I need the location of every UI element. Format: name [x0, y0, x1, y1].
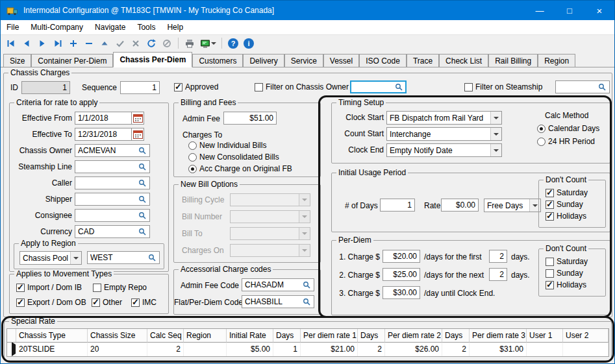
filter-steamship-field[interactable]: [555, 80, 610, 93]
grid-cell[interactable]: $26.00: [385, 343, 442, 356]
tab-chassis-per-diem[interactable]: Chassis Per-Diem: [113, 52, 192, 67]
chassis-owner-field[interactable]: ACMEVAN: [75, 144, 150, 157]
charge-2-days-field[interactable]: 2: [489, 268, 507, 281]
lookup-button[interactable]: [138, 228, 147, 236]
lookup-button[interactable]: [138, 163, 147, 171]
terminal-dropdown-icon[interactable]: [211, 42, 216, 45]
consignee-field[interactable]: [75, 209, 150, 222]
grid-cell[interactable]: [527, 343, 563, 356]
delete-record-button[interactable]: [82, 36, 96, 51]
count-start-combo[interactable]: Interchange: [386, 127, 502, 141]
menu-file[interactable]: File: [1, 21, 25, 34]
effective-from-field[interactable]: 1/1/2018: [75, 112, 132, 125]
grid-cell[interactable]: 2: [147, 343, 184, 356]
initial-saturday-checkbox[interactable]: Saturday: [546, 188, 588, 197]
void-button[interactable]: [160, 36, 174, 51]
region-type-combo[interactable]: Chassis Pool: [19, 251, 82, 265]
tab-service[interactable]: Service: [284, 54, 323, 67]
24-hr-period-radio[interactable]: 24 HR Period: [537, 137, 595, 146]
perdiem-holidays-checkbox[interactable]: Holidays: [546, 280, 586, 289]
perdiem-sunday-checkbox[interactable]: Sunday: [546, 269, 583, 278]
sequence-field[interactable]: 1: [120, 81, 160, 94]
lookup-button[interactable]: [303, 281, 311, 289]
new-consolidated-bills-radio[interactable]: New Consolidated Bills: [188, 152, 279, 162]
imc-checkbox[interactable]: IMC: [131, 298, 157, 307]
tab-vessel[interactable]: Vessel: [323, 54, 359, 67]
grid-cell[interactable]: [563, 343, 609, 356]
shipper-field[interactable]: [75, 193, 150, 206]
initial-holidays-checkbox[interactable]: Holidays: [546, 212, 586, 221]
lookup-button[interactable]: [303, 298, 311, 306]
lookup-button[interactable]: [598, 83, 607, 91]
grid-cell[interactable]: 2: [358, 343, 385, 356]
info-button[interactable]: i: [242, 36, 256, 51]
help-button[interactable]: ?: [226, 36, 240, 51]
tab-size[interactable]: Size: [3, 54, 31, 67]
menu-multi-company[interactable]: Multi-Company: [25, 21, 89, 34]
minimize-button[interactable]: —: [525, 1, 555, 20]
tab-rail-billing[interactable]: Rail Billing: [488, 54, 538, 67]
grid-cell[interactable]: 20TSLIDE: [16, 343, 88, 356]
lookup-button[interactable]: [138, 195, 147, 204]
flat-per-diem-code-field[interactable]: CHASBILL: [242, 295, 314, 308]
lookup-button[interactable]: [148, 254, 157, 262]
lookup-button[interactable]: [138, 147, 147, 155]
effective-to-field[interactable]: 12/31/2018: [75, 128, 132, 141]
initial-sunday-checkbox[interactable]: Sunday: [546, 200, 583, 209]
calendar-button[interactable]: [132, 112, 144, 125]
close-button[interactable]: ×: [584, 1, 614, 20]
add-record-button[interactable]: [66, 36, 81, 51]
currency-field[interactable]: CAD: [75, 225, 150, 238]
tab-region[interactable]: Region: [538, 54, 575, 67]
grid-cell[interactable]: [184, 343, 227, 356]
admin-fee-field[interactable]: $51.00: [223, 112, 277, 125]
previous-record-button[interactable]: [19, 36, 34, 51]
clock-start-combo[interactable]: FB Dispatch from Rail Yard: [386, 111, 502, 125]
perdiem-saturday-checkbox[interactable]: Saturday: [546, 257, 588, 266]
tab-check-list[interactable]: Check List: [439, 54, 488, 67]
empty-repo-checkbox[interactable]: Empty Repo: [93, 283, 147, 292]
filter-steamship-checkbox[interactable]: Filter on Steamship: [464, 82, 542, 91]
dropdown-arrow-icon[interactable]: [70, 252, 81, 264]
region-field[interactable]: WEST: [87, 251, 160, 264]
last-record-button[interactable]: [51, 36, 65, 51]
num-days-field[interactable]: 1: [380, 199, 415, 212]
charge-1-field[interactable]: $20.00: [383, 250, 420, 263]
filter-chassis-owner-field[interactable]: [350, 80, 407, 93]
print-button[interactable]: [182, 36, 197, 51]
tab-customers[interactable]: Customers: [192, 54, 243, 67]
clock-end-combo[interactable]: Empty Notify Date: [386, 143, 502, 157]
menu-tools[interactable]: Tools: [131, 21, 161, 34]
charge-2-field[interactable]: $25.00: [383, 268, 420, 281]
tab-delivery[interactable]: Delivery: [243, 54, 284, 67]
tab-trace[interactable]: Trace: [407, 54, 439, 67]
rate-mode-combo[interactable]: Free Days: [484, 199, 541, 212]
first-record-button[interactable]: [4, 36, 18, 51]
grid-cell[interactable]: 20: [88, 343, 147, 356]
calendar-button[interactable]: [132, 128, 144, 141]
dropdown-arrow-icon[interactable]: [490, 144, 501, 156]
tab-iso-code[interactable]: ISO Code: [359, 54, 407, 67]
other-checkbox[interactable]: Other: [92, 298, 122, 307]
promote-button[interactable]: [97, 36, 112, 51]
tab-container-per-diem[interactable]: Container Per-Diem: [31, 54, 113, 67]
new-individual-bills-radio[interactable]: New Individual Bills: [188, 141, 266, 150]
dropdown-arrow-icon[interactable]: [490, 112, 501, 124]
filter-chassis-owner-checkbox[interactable]: Filter on Chassis Owner: [255, 82, 349, 91]
next-record-button[interactable]: [35, 36, 49, 51]
grid-cell[interactable]: $31.00: [470, 343, 527, 356]
charge-3-field[interactable]: $30.00: [383, 286, 420, 299]
maximize-button[interactable]: □: [555, 1, 584, 20]
menu-navigate[interactable]: Navigate: [89, 21, 131, 34]
approved-checkbox[interactable]: Approved: [174, 82, 218, 91]
grid-cell[interactable]: $21.00: [301, 343, 358, 356]
grid-cell[interactable]: 1: [273, 343, 301, 356]
calendar-days-radio[interactable]: Calendar Days: [537, 124, 599, 133]
grid-cell[interactable]: 2: [442, 343, 470, 356]
lookup-button[interactable]: [395, 83, 403, 91]
admin-fee-code-field[interactable]: CHASADM: [242, 278, 314, 291]
dropdown-arrow-icon[interactable]: [490, 128, 501, 140]
row-selector-cell[interactable]: [7, 343, 16, 356]
save-button[interactable]: [113, 36, 127, 51]
steamship-line-field[interactable]: [75, 160, 150, 173]
